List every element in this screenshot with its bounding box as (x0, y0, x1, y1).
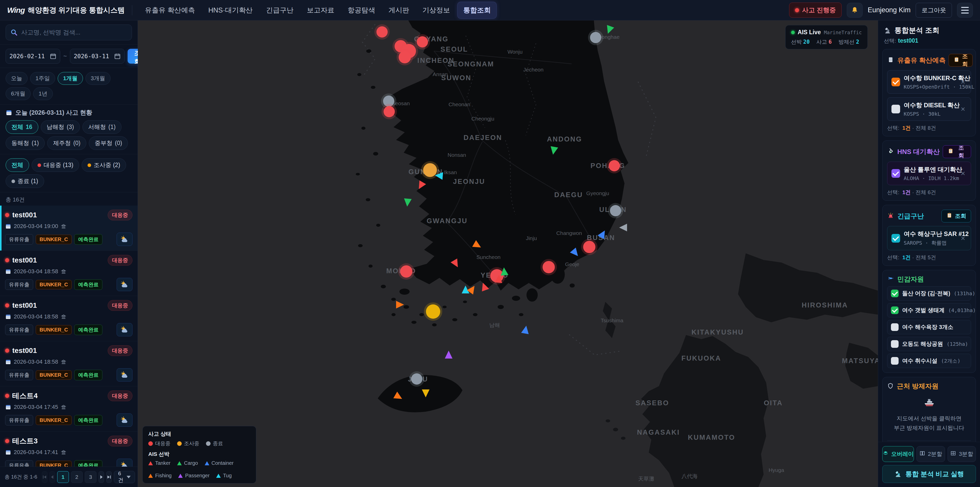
incident-marker[interactable] (399, 51, 411, 63)
region-chip[interactable]: 제주청(0) (47, 136, 86, 150)
sensitive-checkbox[interactable] (891, 340, 899, 348)
analysis-item[interactable]: 울산 톨루엔 대기확산ALOHA · IDLH 1.2km× (887, 162, 971, 185)
date-to-input[interactable] (74, 53, 112, 59)
incident-marker[interactable] (383, 106, 395, 117)
incident-marker[interactable] (426, 304, 440, 319)
incident-card[interactable]: 테스트3대응중2026-03-04 17:41유류유출BUNKER_C예측완료 (0, 431, 138, 466)
incident-card[interactable]: test001대응중2026-03-04 18:58유류유출BUNKER_C예측… (0, 296, 138, 341)
nav-item-항공탐색[interactable]: 항공탐색 (342, 2, 381, 18)
incident-marker[interactable] (609, 160, 620, 171)
query-button-hns[interactable]: 조회 (943, 145, 971, 158)
analysis-item[interactable]: 여수항 BUNKER-C 확산KOSPS+OpenDrift · 150kL× (887, 70, 971, 94)
item-checkbox[interactable] (891, 169, 900, 178)
incident-marker[interactable] (583, 241, 595, 253)
view-button-3분할[interactable]: 3분할 (948, 446, 976, 462)
page-size-select[interactable]: 6건 (114, 471, 135, 483)
incident-marker[interactable] (590, 32, 601, 43)
date-from-field[interactable] (6, 49, 60, 64)
sensitive-item[interactable]: 오동도 해상공원(125ha) (887, 337, 971, 351)
status-chip[interactable]: 전체 (6, 158, 29, 172)
incident-active-badge[interactable]: 사고 진행중 (789, 3, 842, 18)
status-chip[interactable]: 조사중 (2) (82, 158, 126, 172)
nav-item-HNS·대기확산[interactable]: HNS·대기확산 (203, 2, 258, 18)
run-analysis-button[interactable]: 통합 분석 비교 실행 (882, 465, 976, 483)
sensitive-item[interactable]: 여수 갯벌 생태계(4,013ha) (887, 303, 971, 318)
incident-marker[interactable] (417, 36, 428, 48)
incident-marker[interactable] (423, 163, 437, 177)
page-button-3[interactable]: 3 (85, 471, 97, 483)
item-checkbox[interactable] (891, 105, 900, 113)
incident-marker[interactable] (610, 205, 621, 216)
nav-item-긴급구난[interactable]: 긴급구난 (260, 2, 299, 18)
weather-button[interactable] (117, 414, 132, 427)
close-icon[interactable]: × (959, 78, 967, 86)
region-chip[interactable]: 동해청(1) (6, 136, 45, 150)
clipboard-icon (946, 212, 953, 220)
legend-ship-item: Fishing (148, 473, 172, 479)
shield-icon (887, 383, 894, 390)
incident-card[interactable]: 테스트4대응중2026-03-04 17:45유류유출BUNKER_C예측완료 (0, 386, 138, 431)
item-checkbox[interactable] (891, 78, 900, 86)
incident-marker[interactable] (411, 374, 422, 385)
next-page-button[interactable] (99, 471, 104, 483)
sensitive-item[interactable]: 여수 해수욕장 3개소 (887, 320, 971, 334)
close-icon[interactable]: × (959, 234, 967, 243)
range-chip[interactable]: 1개월 (58, 72, 83, 85)
analysis-item[interactable]: 여수항 DIESEL 확산KOSPS · 30kL× (887, 97, 971, 121)
view-button-오버레이[interactable]: 오버레이 (882, 446, 914, 462)
date-to-field[interactable] (70, 49, 124, 64)
incident-marker[interactable] (542, 261, 555, 273)
sensitive-item[interactable]: 돌산 어장 (김·전복)(131ha) (887, 286, 971, 300)
incident-tag: 예측완료 (74, 415, 102, 425)
status-chip[interactable]: 종료 (1) (6, 174, 44, 188)
incident-card[interactable]: test001대응중2026-03-04 18:58유류유출BUNKER_C예측… (0, 251, 138, 296)
region-chip[interactable]: 남해청(3) (41, 120, 80, 134)
range-chip[interactable]: 1주일 (30, 72, 55, 85)
page-button-1[interactable]: 1 (57, 471, 69, 483)
close-icon[interactable]: × (959, 169, 967, 178)
sensitive-checkbox[interactable] (891, 290, 899, 297)
weather-button[interactable] (117, 323, 132, 336)
analysis-item[interactable]: 여수 해상구난 SAR #12SAROPS · 확률맵× (887, 226, 971, 250)
logout-button[interactable]: 로그아웃 (916, 3, 952, 18)
incident-card[interactable]: test001대응중2026-03-04 19:00유류유출BUNKER_C예측… (0, 206, 138, 251)
sensitive-checkbox[interactable] (891, 307, 899, 314)
date-from-input[interactable] (10, 53, 48, 59)
query-button-oil[interactable]: 조회 (948, 54, 973, 67)
query-button-sar[interactable]: 조회 (942, 210, 971, 222)
sensitive-checkbox[interactable] (891, 357, 899, 365)
prev-page-button[interactable] (49, 471, 55, 483)
nav-item-유출유 확산예측[interactable]: 유출유 확산예측 (139, 2, 201, 18)
first-page-button[interactable] (42, 471, 48, 483)
range-chip[interactable]: 3개월 (86, 72, 110, 85)
nav-item-통합조회[interactable]: 통합조회 (458, 2, 496, 18)
sensitive-checkbox[interactable] (891, 323, 899, 331)
range-chip[interactable]: 오늘 (6, 72, 27, 85)
nav-item-게시판[interactable]: 게시판 (383, 2, 415, 18)
weather-button[interactable] (117, 368, 132, 382)
weather-button[interactable] (117, 459, 132, 466)
menu-button[interactable] (957, 3, 973, 18)
range-chip[interactable]: 1년 (33, 87, 52, 100)
sensitive-item[interactable]: 여수 취수시설(2개소) (887, 354, 971, 368)
incident-card[interactable]: test001대응중2026-03-04 18:58유류유출BUNKER_C예측… (0, 341, 138, 386)
region-chip[interactable]: 서해청(1) (83, 120, 121, 134)
map-canvas[interactable]: GOYANGSEOULINCHEONSEONGNAMAnsanSUWONWonj… (138, 21, 878, 487)
last-page-button[interactable] (106, 471, 112, 483)
region-chip[interactable]: 중부청(0) (89, 136, 128, 150)
incident-marker[interactable] (376, 26, 388, 38)
page-button-2[interactable]: 2 (71, 471, 83, 483)
weather-button[interactable] (117, 278, 132, 291)
range-chip[interactable]: 6개월 (6, 87, 30, 100)
nav-item-보고자료[interactable]: 보고자료 (301, 2, 340, 18)
close-icon[interactable]: × (959, 105, 967, 113)
weather-button[interactable] (117, 233, 132, 246)
status-chip[interactable]: 대응중 (13) (32, 158, 79, 172)
region-chip[interactable]: 전체16 (6, 120, 38, 134)
notifications-button[interactable] (847, 3, 862, 18)
nav-item-기상정보[interactable]: 기상정보 (417, 2, 455, 18)
search-input[interactable] (21, 29, 127, 36)
view-button-2분할[interactable]: 2분할 (916, 446, 945, 462)
item-checkbox[interactable] (891, 234, 900, 243)
incident-marker[interactable] (400, 265, 412, 278)
